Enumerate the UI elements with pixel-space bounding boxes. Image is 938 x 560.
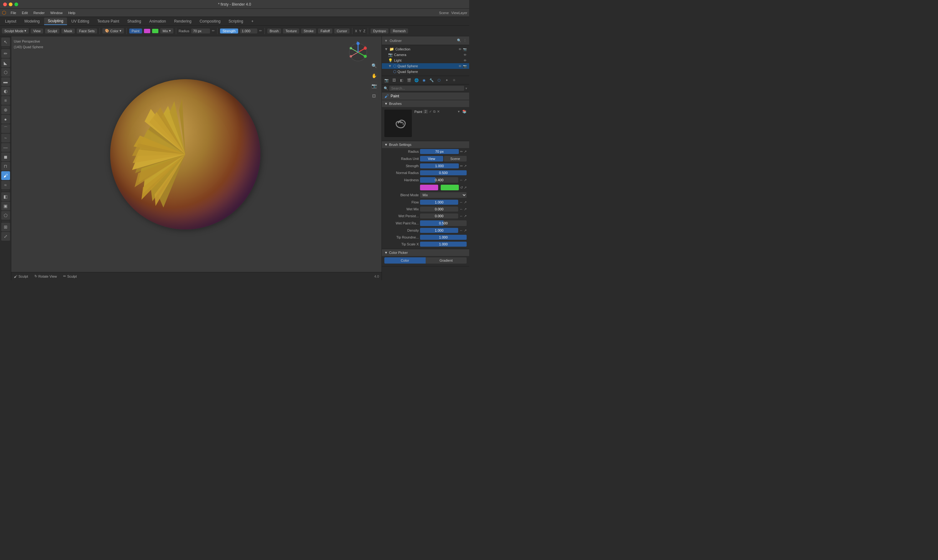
view-menu[interactable]: View [31,28,43,34]
radius-edit-icon[interactable]: ✏ [460,150,463,154]
zoom-in-button[interactable]: 🔍 [370,62,378,70]
tab-compositing[interactable]: Compositing [196,18,225,25]
paint-mode-btn[interactable]: Paint [129,28,142,34]
blender-logo-icon[interactable]: ⬡ [2,10,6,15]
color-options-icon[interactable]: ↗ [464,186,467,190]
hardness-slider[interactable]: 0.400 [420,177,458,183]
tool-lasso-mask[interactable]: ⬠ [1,211,10,220]
outliner-search-icon[interactable]: 🔍 [457,38,461,43]
tab-shading[interactable]: Shading [124,18,145,25]
background-color-swatch[interactable] [152,29,158,33]
wet-mix-link-icon[interactable]: ↔ [460,207,463,211]
wet-paint-ra-slider[interactable]: 0.500 [420,220,467,226]
tool-flatten[interactable]: — [1,143,10,152]
dyntopo-btn[interactable]: Dyntopo [371,28,388,34]
light-vis-icon[interactable]: 👁 [463,59,467,62]
outliner-item-quadsphere-data[interactable]: ⬡ Quad Sphere [382,69,469,74]
texture-menu[interactable]: Texture [283,28,299,34]
tool-crease[interactable]: ⌒ [1,124,10,133]
brush-expand-icon[interactable]: ▾ [458,109,460,114]
mode-selector[interactable]: Sculpt Mode ▾ [2,28,29,34]
face-sets-menu[interactable]: Face Sets [77,28,97,34]
tool-transform[interactable]: ⊞ [1,223,10,231]
blend-mode-selector[interactable]: Mix ▾ [160,28,174,34]
menu-window[interactable]: Window [48,10,65,15]
menu-help[interactable]: Help [66,10,78,15]
remesh-btn[interactable]: Remesh [390,28,408,34]
tool-paint[interactable]: 🖌 [1,171,10,180]
world-tab[interactable]: 🌐 [413,77,420,83]
camera-vis-icon[interactable]: 👁 [463,53,467,57]
search-dropdown-icon[interactable]: ▾ [465,86,467,91]
outliner-item-collection[interactable]: ▼ 📁 Collection 👁 📷 [382,46,469,52]
physics-tab[interactable]: ⚛ [451,77,458,83]
strength-edit-icon[interactable]: ✏ [460,164,463,168]
add-workspace-button[interactable]: + [248,18,257,25]
output-properties-tab[interactable]: 🖼 [391,77,397,83]
gradient-tab-btn[interactable]: Gradient [426,257,467,263]
tool-clay-strips[interactable]: ▬ [1,77,10,86]
strength-input[interactable] [240,28,257,34]
maximize-button[interactable] [14,3,18,6]
window-controls[interactable] [3,3,18,6]
close-button[interactable] [3,3,7,6]
brush-menu[interactable]: Brush [267,28,281,34]
render-properties-tab[interactable]: 📷 [383,77,390,83]
menu-render[interactable]: Render [31,10,47,15]
strength-prop-value[interactable]: 1.000 [420,163,459,168]
foreground-color-swatch[interactable] [144,29,150,33]
outliner-item-camera[interactable]: 📷 Camera 👁 [382,52,469,58]
viewlayer-selector[interactable]: ViewLayer [451,11,467,15]
minimize-button[interactable] [9,3,12,6]
flow-link-icon[interactable]: ↔ [460,200,463,204]
particle-tab[interactable]: ✦ [443,77,450,83]
tab-layout[interactable]: Layout [1,18,20,25]
color-picker-header[interactable]: ▼ Color Picker [382,249,469,256]
radius-edit-icon[interactable]: ✏ [212,29,215,33]
view-layer-tab[interactable]: ◧ [398,77,405,83]
color-tab-btn[interactable]: Color [384,257,426,263]
camera-view-button[interactable]: 📷 [370,82,378,90]
scene-selector[interactable]: Scene [439,11,449,15]
tab-scripting[interactable]: Scripting [225,18,247,25]
overlay-button[interactable]: ⊡ [370,91,378,100]
modifier-tab[interactable]: 🔧 [428,77,435,83]
brush-library-icon[interactable]: 📚 [462,109,467,114]
outliner-item-quadsphere[interactable]: ▼ ⬡ Quad Sphere 👁 📷 [382,63,469,69]
tool-fill[interactable]: ◼ [1,152,10,161]
wet-persist-curve-icon[interactable]: ↗ [464,214,467,218]
falloff-menu[interactable]: Falloff [318,28,332,34]
tab-uv-editing[interactable]: UV Editing [68,18,93,25]
sculpt-menu[interactable]: Sculpt [45,28,60,34]
tool-select[interactable]: ↖ [1,38,10,46]
collection-render-icon[interactable]: 📷 [463,48,467,51]
wet-mix-value[interactable]: 0.000 [420,206,458,212]
wet-persist-link-icon[interactable]: ↔ [460,214,463,218]
flow-curve-icon[interactable]: ↗ [464,200,467,205]
tool-box-mask[interactable]: ▣ [1,202,10,210]
viewport-canvas[interactable]: User Perspective (140) Quad Sphere [11,36,381,272]
color-selector[interactable]: 🎨 Color ▾ [102,28,124,34]
menu-file[interactable]: File [8,10,19,15]
tip-roundness-value[interactable]: 1.000 [420,235,467,240]
tab-modeling[interactable]: Modeling [21,18,43,25]
tool-blob[interactable]: ● [1,115,10,124]
hardness-link-icon[interactable]: ↔ [460,178,463,182]
tool-smear[interactable]: ≈ [1,181,10,189]
brushes-section-header[interactable]: ▼ Brushes [382,100,469,107]
radius-prop-value[interactable]: 70 px [420,149,459,154]
brush-check-icon[interactable]: ✓ [429,109,432,114]
tool-scale[interactable]: ⤢ [1,232,10,241]
quadsphere-vis-icon[interactable]: 👁 [458,65,462,68]
scene-tab[interactable]: 🎬 [406,77,412,83]
cursor-menu[interactable]: Cursor [334,28,350,34]
brush-copy-icon[interactable]: ⧉ [433,109,436,114]
radius-unit-scene-btn[interactable]: Scene [444,156,467,162]
tab-texture-paint[interactable]: Texture Paint [94,18,123,25]
collection-vis-icon[interactable]: 👁 [458,48,462,51]
tool-scrape[interactable]: ⊓ [1,162,10,171]
hardness-curve-icon[interactable]: ↗ [464,178,467,182]
tool-smooth[interactable]: ~ [1,134,10,142]
radius-input[interactable] [191,28,210,34]
outliner-item-light[interactable]: 💡 Light 👁 [382,58,469,63]
